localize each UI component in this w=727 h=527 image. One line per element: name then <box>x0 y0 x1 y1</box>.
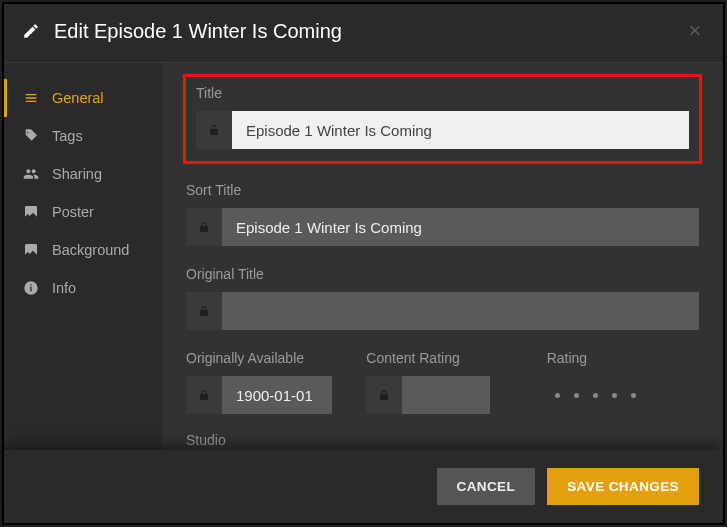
info-icon <box>22 280 40 296</box>
dialog-footer: CANCEL SAVE CHANGES <box>4 450 723 523</box>
content-rating-input[interactable] <box>402 376 490 414</box>
sidebar-item-background[interactable]: Background <box>4 231 162 269</box>
lock-icon[interactable] <box>186 208 222 246</box>
people-icon <box>22 166 40 182</box>
field-sort-title-group: Sort Title <box>186 182 699 246</box>
list-icon <box>22 90 40 106</box>
field-originally-available: Originally Available <box>186 350 338 414</box>
save-button[interactable]: SAVE CHANGES <box>547 468 699 505</box>
sidebar-item-label: Tags <box>52 128 83 144</box>
sidebar-item-label: Poster <box>52 204 94 220</box>
originally-available-input[interactable] <box>222 376 332 414</box>
image-icon <box>22 204 40 220</box>
sidebar-item-label: General <box>52 90 104 106</box>
edit-icon <box>22 22 40 40</box>
lock-icon[interactable] <box>196 111 232 149</box>
original-title-label: Original Title <box>186 266 699 282</box>
lock-icon[interactable] <box>186 292 222 330</box>
field-title-group: Title <box>183 74 702 164</box>
sidebar: General Tags Sharing Poster <box>4 63 162 450</box>
dialog-title: Edit Episode 1 Winter Is Coming <box>54 20 685 43</box>
sidebar-item-general[interactable]: General <box>4 79 162 117</box>
content-rating-label: Content Rating <box>366 350 518 366</box>
sort-title-input[interactable] <box>222 208 699 246</box>
lock-icon[interactable] <box>366 376 402 414</box>
original-title-input[interactable] <box>222 292 699 330</box>
sidebar-item-poster[interactable]: Poster <box>4 193 162 231</box>
svg-rect-2 <box>30 284 31 285</box>
sidebar-item-info[interactable]: Info <box>4 269 162 307</box>
sidebar-item-sharing[interactable]: Sharing <box>4 155 162 193</box>
field-rating: Rating <box>547 350 699 414</box>
title-input[interactable] <box>232 111 689 149</box>
originally-available-label: Originally Available <box>186 350 338 366</box>
tag-icon <box>22 128 40 144</box>
cancel-button[interactable]: CANCEL <box>437 468 536 505</box>
form-panel: Title Sort Title Original <box>162 63 723 450</box>
row-three-fields: Originally Available Content Rating <box>186 350 699 414</box>
image-icon <box>22 242 40 258</box>
sidebar-item-label: Info <box>52 280 76 296</box>
sidebar-item-tags[interactable]: Tags <box>4 117 162 155</box>
field-original-title-group: Original Title <box>186 266 699 330</box>
sidebar-item-label: Sharing <box>52 166 102 182</box>
svg-rect-1 <box>30 287 31 292</box>
close-button[interactable]: × <box>685 18 705 44</box>
rating-dots[interactable] <box>547 376 699 414</box>
sidebar-item-label: Background <box>52 242 129 258</box>
title-label: Title <box>196 85 689 101</box>
dialog-header: Edit Episode 1 Winter Is Coming × <box>4 4 723 63</box>
lock-icon[interactable] <box>186 376 222 414</box>
field-studio-group: Studio <box>186 432 699 450</box>
rating-label: Rating <box>547 350 699 366</box>
sort-title-label: Sort Title <box>186 182 699 198</box>
studio-label: Studio <box>186 432 699 448</box>
field-content-rating: Content Rating <box>366 350 518 414</box>
